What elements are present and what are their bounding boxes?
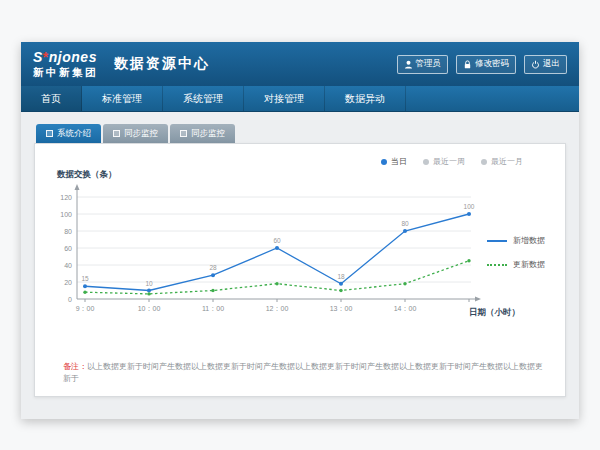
- app-window: S*njones 新中新集团 数据资源中心 管理员 修改密码 退出 首页 标准管…: [21, 42, 579, 419]
- svg-text:28: 28: [209, 264, 217, 271]
- legend-label: 新增数据: [513, 235, 545, 246]
- main-nav: 首页 标准管理 系统管理 对接管理 数据异动: [21, 86, 579, 112]
- power-icon: [531, 60, 540, 69]
- tab-label: 同步监控: [124, 128, 158, 140]
- app-header: S*njones 新中新集团 数据资源中心 管理员 修改密码 退出: [21, 42, 579, 86]
- tab-label: 系统介绍: [57, 128, 91, 140]
- svg-text:13：00: 13：00: [330, 305, 353, 312]
- nav-item-system[interactable]: 系统管理: [163, 86, 244, 111]
- radio-dot-icon: [481, 159, 487, 165]
- line-chart: 0204060801001209：0010：0011：0012：0013：001…: [35, 183, 565, 331]
- nav-item-standards[interactable]: 标准管理: [82, 86, 163, 111]
- filter-last-week[interactable]: 最近一周: [423, 156, 465, 167]
- radio-dot-icon: [381, 159, 387, 165]
- tab-icon: [180, 130, 187, 137]
- tab-icon: [113, 130, 120, 137]
- svg-text:120: 120: [60, 194, 72, 201]
- filter-today[interactable]: 当日: [381, 156, 407, 167]
- tab-bar: 系统介绍 同步监控 同步监控: [36, 124, 566, 143]
- svg-text:12：00: 12：00: [266, 305, 289, 312]
- svg-text:60: 60: [64, 245, 72, 252]
- tab-label: 同步监控: [191, 128, 225, 140]
- filter-label: 最近一月: [491, 156, 523, 167]
- svg-text:40: 40: [64, 262, 72, 269]
- legend-solid-line-icon: [487, 240, 507, 242]
- remark-text: 以上数据更新于时间产生数据以上数据更新于时间产生数据以上数据更新于时间产生数据以…: [63, 362, 543, 383]
- svg-text:15: 15: [81, 275, 89, 282]
- filter-last-month[interactable]: 最近一月: [481, 156, 523, 167]
- nav-item-data-changes[interactable]: 数据异动: [325, 86, 406, 111]
- radio-dot-icon: [423, 159, 429, 165]
- svg-text:14：00: 14：00: [394, 305, 417, 312]
- svg-text:100: 100: [464, 203, 475, 210]
- filter-label: 最近一周: [433, 156, 465, 167]
- svg-text:11：00: 11：00: [202, 305, 224, 312]
- svg-text:20: 20: [64, 279, 72, 286]
- logout-button[interactable]: 退出: [524, 55, 567, 74]
- page-title: 数据资源中心: [114, 55, 210, 73]
- legend-dashed-line-icon: [487, 264, 507, 266]
- legend-item-updated-data[interactable]: 更新数据: [487, 259, 545, 270]
- svg-text:100: 100: [60, 211, 72, 218]
- svg-text:10：00: 10：00: [138, 305, 161, 312]
- admin-button-label: 管理员: [416, 58, 442, 70]
- remark-note: 备注：以上数据更新于时间产生数据以上数据更新于时间产生数据以上数据更新于时间产生…: [63, 361, 545, 385]
- svg-text:9：00: 9：00: [76, 305, 95, 312]
- tab-sync-monitor-1[interactable]: 同步监控: [103, 124, 168, 143]
- legend-item-new-data[interactable]: 新增数据: [487, 235, 545, 246]
- logo: S*njones 新中新集团: [33, 50, 98, 78]
- tab-icon: [46, 130, 53, 137]
- logo-subtitle: 新中新集团: [33, 67, 98, 78]
- svg-text:0: 0: [68, 296, 72, 303]
- svg-text:80: 80: [401, 220, 409, 227]
- remark-label: 备注：: [63, 362, 87, 371]
- admin-button[interactable]: 管理员: [397, 55, 449, 74]
- change-password-button-label: 修改密码: [475, 58, 509, 70]
- tab-sync-monitor-2[interactable]: 同步监控: [170, 124, 235, 143]
- logout-button-label: 退出: [543, 58, 560, 70]
- svg-text:80: 80: [64, 228, 72, 235]
- legend-label: 更新数据: [513, 259, 545, 270]
- logo-text-1: S: [33, 49, 43, 65]
- svg-text:10: 10: [145, 280, 153, 287]
- y-axis-title: 数据交换（条）: [57, 169, 565, 181]
- change-password-button[interactable]: 修改密码: [456, 55, 516, 74]
- svg-text:60: 60: [273, 237, 281, 244]
- svg-text:18: 18: [337, 273, 345, 280]
- content-area: 系统介绍 同步监控 同步监控 当日 最近一周: [21, 112, 579, 397]
- nav-item-home[interactable]: 首页: [21, 86, 82, 111]
- tab-system-intro[interactable]: 系统介绍: [36, 124, 101, 143]
- chart-panel: 当日 最近一周 最近一月 数据交换（条） 0204060801001209：00…: [34, 143, 566, 397]
- nav-item-integration[interactable]: 对接管理: [244, 86, 325, 111]
- user-icon: [404, 60, 413, 69]
- filter-label: 当日: [391, 156, 407, 167]
- header-actions: 管理员 修改密码 退出: [397, 55, 568, 74]
- lock-icon: [463, 60, 472, 69]
- x-axis-title: 日期（小时）: [469, 307, 520, 319]
- line-chart-svg: 0204060801001209：0010：0011：0012：0013：001…: [47, 183, 483, 331]
- logo-text-2: njones: [49, 49, 97, 65]
- logo-wordmark: S*njones: [33, 50, 98, 64]
- period-filters: 当日 最近一周 最近一月: [35, 144, 565, 167]
